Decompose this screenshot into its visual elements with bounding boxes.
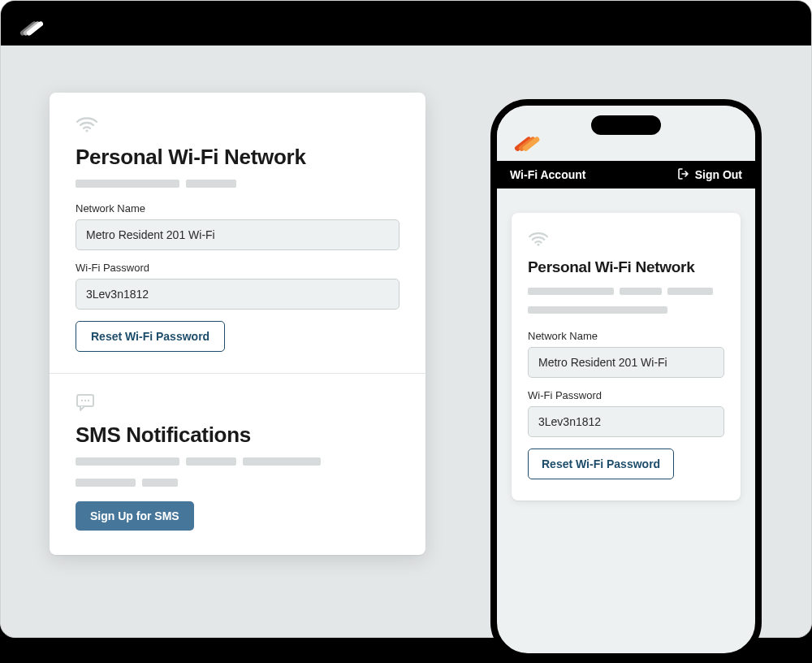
navbar-title: Wi-Fi Account bbox=[510, 168, 585, 181]
wifi-icon bbox=[528, 231, 724, 250]
sms-section-title: SMS Notifications bbox=[76, 422, 400, 448]
mobile-network-name-input[interactable] bbox=[528, 347, 724, 378]
network-name-label: Network Name bbox=[76, 202, 400, 214]
svg-point-3 bbox=[85, 129, 88, 132]
sign-out-button[interactable]: Sign Out bbox=[677, 167, 742, 183]
svg-point-6 bbox=[84, 400, 86, 401]
app-logo-icon bbox=[512, 127, 541, 153]
browser-topbar bbox=[1, 1, 811, 46]
sign-up-sms-button[interactable]: Sign Up for SMS bbox=[76, 501, 194, 531]
svg-point-5 bbox=[81, 400, 83, 401]
phone-mockup: Wi-Fi Account Sign Out bbox=[490, 99, 762, 660]
placeholder-text bbox=[528, 288, 724, 314]
wifi-settings-card: Personal Wi-Fi Network Network Name Wi-F… bbox=[50, 93, 425, 555]
app-logo-icon bbox=[15, 10, 43, 37]
wifi-section-title: Personal Wi-Fi Network bbox=[76, 145, 400, 170]
mobile-wifi-title: Personal Wi-Fi Network bbox=[528, 258, 724, 276]
svg-point-11 bbox=[538, 244, 540, 246]
mobile-network-name-label: Network Name bbox=[528, 330, 724, 342]
sms-icon bbox=[76, 393, 400, 416]
svg-point-7 bbox=[88, 400, 89, 401]
reset-wifi-password-button[interactable]: Reset Wi-Fi Password bbox=[76, 321, 225, 352]
placeholder-text-sms bbox=[76, 457, 400, 487]
mobile-wifi-password-label: Wi-Fi Password bbox=[528, 389, 724, 401]
placeholder-text bbox=[76, 180, 400, 188]
wifi-icon bbox=[76, 115, 400, 136]
sign-out-label: Sign Out bbox=[695, 168, 742, 181]
phone-navbar: Wi-Fi Account Sign Out bbox=[497, 161, 755, 188]
mobile-wifi-card: Personal Wi-Fi Network Network Name Wi-F… bbox=[512, 213, 741, 500]
section-divider bbox=[50, 373, 425, 374]
sign-out-icon bbox=[677, 167, 690, 183]
phone-notch bbox=[591, 115, 661, 135]
network-name-input[interactable] bbox=[76, 219, 400, 250]
wifi-password-input[interactable] bbox=[76, 279, 400, 310]
mobile-wifi-password-input[interactable] bbox=[528, 406, 724, 437]
wifi-password-label: Wi-Fi Password bbox=[76, 262, 400, 274]
mobile-reset-wifi-password-button[interactable]: Reset Wi-Fi Password bbox=[528, 448, 674, 479]
